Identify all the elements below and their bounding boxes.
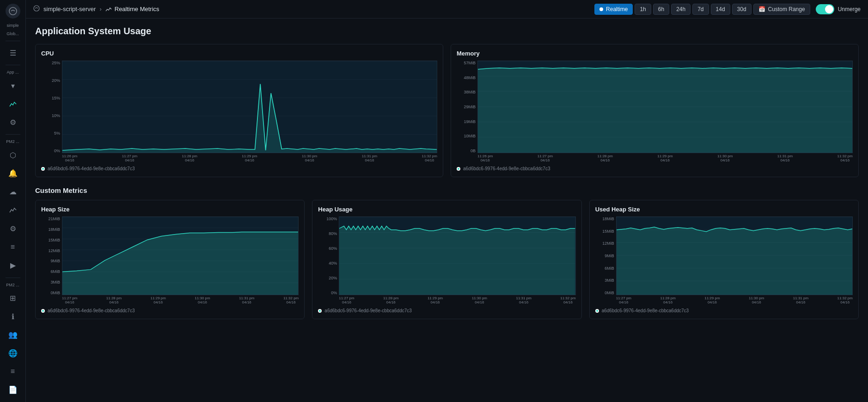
6h-button[interactable]: 6h (653, 4, 669, 15)
memory-chart-area: 57MiB 48MiB 38MiB 29MiB 19MiB 10MiB 0B (457, 61, 853, 162)
heap-size-plot (62, 216, 299, 295)
used-heap-size-chart-card: Used Heap Size 18MiB 15MiB 12MiB 9MiB 6M… (589, 200, 859, 319)
sidebar-app-name: simple (0, 22, 25, 29)
content-area: Application System Usage CPU 25% 20% 15%… (26, 19, 868, 402)
cpu-chart-title: CPU (41, 50, 437, 57)
heap-size-chart-card: Heap Size 21MiB 18MiB 15MiB 12MiB 9MiB 6… (35, 200, 305, 319)
heap-size-legend: a6d6bdc6-9976-4edd-9e8e-cbbca6ddc7c3 (41, 308, 299, 313)
custom-range-button[interactable]: 📅 Custom Range (753, 4, 810, 15)
used-heap-size-area: 18MiB 15MiB 12MiB 9MiB 6MiB 3MiB 0MiB (595, 216, 853, 304)
custom-metrics-row: Heap Size 21MiB 18MiB 15MiB 12MiB 9MiB 6… (35, 200, 859, 319)
heap-size-legend-dot (41, 309, 45, 313)
sidebar-item-dropdown[interactable]: ▾ (4, 77, 22, 94)
calendar-icon: 📅 (758, 6, 765, 12)
heap-size-y-axis: 21MiB 18MiB 15MiB 12MiB 9MiB 6MiB 3MiB 0… (41, 216, 62, 295)
sidebar-item-list2[interactable]: ≡ (4, 363, 22, 380)
cpu-legend-label: a6d6bdc6-9976-4edd-9e8e-cbbca6ddc7c3 (48, 166, 134, 171)
sidebar-item-bell[interactable]: 🔔 (4, 165, 22, 182)
sidebar-item-globe[interactable]: 🌐 (4, 345, 22, 362)
cpu-y-axis: 25% 20% 15% 10% 5% 0% (41, 61, 62, 153)
sidebar-item-hexagon[interactable]: ⬡ (4, 147, 22, 163)
memory-legend: a6d6bdc6-9976-4edd-9e8e-cbbca6ddc7c3 (457, 166, 853, 171)
heap-usage-chart-card: Heap Usage 100% 80% 60% 40% 20% 0% (312, 200, 581, 319)
heap-size-area: 21MiB 18MiB 15MiB 12MiB 9MiB 6MiB 3MiB 0… (41, 216, 299, 304)
memory-legend-label: a6d6bdc6-9976-4edd-9e8e-cbbca6ddc7c3 (463, 166, 550, 171)
sidebar-app-label: App ... (0, 69, 25, 75)
topbar: simple-script-server › Realtime Metrics … (26, 0, 868, 19)
used-heap-size-legend: a6d6bdc6-9976-4edd-9e8e-cbbca6ddc7c3 (595, 308, 853, 313)
used-heap-size-legend-label: a6d6bdc6-9976-4edd-9e8e-cbbca6ddc7c3 (602, 308, 689, 313)
cpu-legend-dot (41, 167, 45, 171)
sidebar-item-gear2[interactable]: ⚙ (4, 220, 22, 237)
sidebar-item-settings[interactable]: ⚙ (4, 114, 22, 131)
sidebar-item-users[interactable]: 👥 (4, 327, 22, 343)
memory-x-axis: 11:26 pm04/16 11:27 pm04/16 11:28 pm04/1… (477, 153, 853, 162)
page-title: Application System Usage (35, 26, 859, 37)
server-icon (33, 5, 40, 13)
memory-legend-dot (457, 167, 460, 171)
cpu-legend: a6d6bdc6-9976-4edd-9e8e-cbbca6ddc7c3 (41, 166, 437, 171)
sidebar-divider-1 (6, 41, 20, 41)
heap-usage-title: Heap Usage (318, 206, 575, 213)
sidebar-item-play[interactable]: ▶ (4, 257, 22, 274)
time-controls: Realtime 1h 6h 24h 7d 14d 30d 📅 Custom R… (594, 4, 861, 15)
memory-y-axis: 57MiB 48MiB 38MiB 29MiB 19MiB 10MiB 0B (457, 61, 477, 153)
cpu-chart-area: 25% 20% 15% 10% 5% 0% (41, 61, 437, 162)
sidebar-item-logs[interactable]: ☰ (4, 45, 22, 62)
heap-usage-legend-dot (318, 309, 322, 313)
memory-plot (477, 61, 853, 153)
14d-button[interactable]: 14d (711, 4, 730, 15)
custom-metrics-title: Custom Metrics (35, 186, 859, 194)
sidebar-item-dashboard[interactable]: ⊞ (4, 290, 22, 306)
sidebar-item-file[interactable]: 📄 (4, 382, 22, 398)
heap-size-legend-label: a6d6bdc6-9976-4edd-9e8e-cbbca6ddc7c3 (48, 308, 134, 313)
main-content: simple-script-server › Realtime Metrics … (26, 0, 868, 402)
sidebar-divider-2 (6, 65, 20, 65)
unmerge-switch[interactable] (816, 4, 834, 14)
1h-button[interactable]: 1h (635, 4, 651, 15)
memory-chart-card: Memory 57MiB 48MiB 38MiB 29MiB 19MiB 10M… (451, 44, 859, 177)
sidebar-pm2-label-2: PM2 ... (0, 282, 25, 288)
sidebar: simple Glob... ☰ App ... ▾ ⚙ PM2 ... ⬡ 🔔… (0, 0, 26, 402)
sidebar-pm2-label-1: PM2 ... (0, 138, 25, 145)
breadcrumb-page: Realtime Metrics (105, 6, 159, 12)
svg-point-1 (34, 6, 39, 11)
breadcrumb: simple-script-server › Realtime Metrics (33, 5, 591, 13)
sidebar-item-realtime[interactable] (4, 96, 22, 112)
used-heap-size-title: Used Heap Size (595, 206, 853, 213)
used-heap-size-legend-dot (595, 309, 599, 313)
custom-metrics-section: Custom Metrics Heap Size 21MiB 18MiB 15M… (35, 186, 859, 319)
sidebar-item-info[interactable]: ℹ (4, 308, 22, 325)
heap-size-title: Heap Size (41, 206, 299, 213)
sidebar-logo (6, 4, 20, 19)
sidebar-divider-4 (6, 278, 20, 278)
sidebar-divider-3 (6, 134, 20, 135)
cpu-x-axis: 11:26 pm04/16 11:27 pm04/16 11:28 pm04/1… (62, 153, 437, 162)
unmerge-toggle: Unmerge (816, 4, 861, 14)
sidebar-global-label: Glob... (0, 31, 25, 37)
7d-button[interactable]: 7d (692, 4, 709, 15)
cpu-chart-card: CPU 25% 20% 15% 10% 5% 0% (35, 44, 443, 177)
heap-size-x-axis: 11:27 pm04/16 11:28 pm04/16 11:29 pm04/1… (62, 295, 299, 304)
used-heap-size-plot (616, 216, 853, 295)
heap-usage-legend: a6d6bdc6-9976-4edd-9e8e-cbbca6ddc7c3 (318, 308, 575, 313)
used-heap-size-x-axis: 11:27 pm04/16 11:28 pm04/16 11:29 pm04/1… (616, 295, 853, 304)
heap-usage-area: 100% 80% 60% 40% 20% 0% (318, 216, 575, 304)
30d-button[interactable]: 30d (732, 4, 752, 15)
svg-point-0 (9, 7, 17, 15)
unmerge-label: Unmerge (838, 6, 861, 12)
heap-usage-plot (339, 216, 575, 295)
24h-button[interactable]: 24h (671, 4, 691, 15)
heap-usage-y-axis: 100% 80% 60% 40% 20% 0% (318, 216, 339, 295)
memory-chart-title: Memory (457, 50, 853, 57)
sidebar-item-cloud[interactable]: ☁ (4, 184, 22, 200)
breadcrumb-server: simple-script-server (43, 6, 96, 12)
sidebar-item-list[interactable]: ≡ (4, 239, 22, 255)
cpu-plot (62, 61, 437, 153)
realtime-button[interactable]: Realtime (594, 4, 633, 15)
breadcrumb-separator: › (99, 6, 101, 12)
realtime-dot (599, 7, 603, 11)
heap-usage-legend-label: a6d6bdc6-9976-4edd-9e8e-cbbca6ddc7c3 (324, 308, 411, 313)
sidebar-item-chart[interactable] (4, 202, 22, 219)
heap-usage-x-axis: 11:27 pm04/16 11:28 pm04/16 11:29 pm04/1… (339, 295, 575, 304)
